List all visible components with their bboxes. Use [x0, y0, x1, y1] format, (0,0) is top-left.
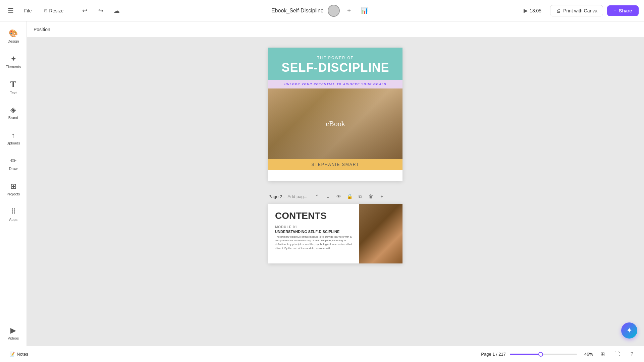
print-button[interactable]: 🖨 Print with Canva — [550, 5, 603, 16]
position-label: Position — [34, 27, 50, 32]
cover-title: SELF-DISCIPLINE — [279, 61, 392, 74]
sidebar-item-draw[interactable]: ✏ Draw — [1, 152, 25, 176]
zoom-slider-fill — [510, 354, 541, 355]
notes-label: Notes — [17, 352, 28, 357]
zoom-slider-thumb[interactable] — [538, 352, 543, 357]
page-1[interactable]: THE POWER OF SELF-DISCIPLINE UNLOCK YOUR… — [268, 48, 402, 181]
canvas-area: Position THE POWER OF SELF-DISCIPLINE UN… — [27, 21, 644, 346]
help-button[interactable]: ? — [627, 349, 637, 360]
module-text: The primary objective of this module is … — [275, 235, 352, 250]
sidebar-item-brand[interactable]: ◈ Brand — [1, 101, 25, 125]
sidebar-label-projects: Projects — [7, 192, 20, 196]
sidebar-item-videos[interactable]: ▶ Videos — [1, 323, 25, 343]
sidebar-label-videos: Videos — [8, 336, 19, 340]
elements-icon: ✦ — [10, 55, 16, 63]
cover-tagline-area: UNLOCK YOUR POTENTIAL TO ACHIEVE YOUR GO… — [268, 80, 402, 88]
sidebar-item-projects[interactable]: ⊞ Projects — [1, 177, 25, 201]
sidebar-item-design[interactable]: 🎨 Design — [1, 24, 25, 48]
present-timer-button[interactable]: ▶ 18:05 — [519, 5, 546, 16]
page-lock-button[interactable]: 🔒 — [345, 192, 354, 201]
topbar: ☰ File ⊡ Resize ↩ ↪ ☁ Ebook_Self-Discipl… — [0, 0, 644, 21]
page-2-add-link[interactable]: Add pag... — [287, 194, 307, 199]
page-down-button[interactable]: ⌄ — [323, 192, 333, 201]
share-label: Share — [619, 8, 632, 13]
projects-icon: ⊞ — [10, 182, 16, 191]
contents-title: CONTENTS — [275, 210, 352, 221]
cover-subtitle: THE POWER OF — [279, 56, 392, 60]
sidebar-item-elements[interactable]: ✦ Elements — [1, 50, 25, 74]
redo-button[interactable]: ↪ — [95, 5, 107, 17]
zoom-slider[interactable] — [510, 354, 577, 355]
module-title: UNDERSTANDING SELF-DISCIPLINE — [275, 230, 352, 234]
page-eye-button[interactable]: 👁 — [334, 192, 343, 201]
sidebar-label-text: Text — [10, 91, 16, 95]
canvas-scroll[interactable]: THE POWER OF SELF-DISCIPLINE UNLOCK YOUR… — [27, 38, 644, 346]
play-icon: ▶ — [524, 7, 528, 14]
resize-label: Resize — [49, 8, 64, 13]
sidebar-label-apps: Apps — [9, 218, 17, 222]
notes-button[interactable]: 📝 Notes — [7, 350, 31, 358]
resize-button[interactable]: ⊡ Resize — [40, 6, 68, 15]
sidebar-label-uploads: Uploads — [6, 141, 20, 145]
page-2[interactable]: CONTENTS MODULE 01 UNDERSTANDING SELF-DI… — [268, 204, 402, 263]
zoom-label: 46% — [580, 352, 593, 357]
page-up-button[interactable]: ⌃ — [313, 192, 322, 201]
position-panel: Position — [27, 21, 644, 38]
sidebar: 🎨 Design ✦ Elements T Text ◈ Brand ↑ Upl… — [0, 21, 27, 346]
main-area: 🎨 Design ✦ Elements T Text ◈ Brand ↑ Upl… — [0, 21, 644, 346]
page-2-container: CONTENTS MODULE 01 UNDERSTANDING SELF-DI… — [268, 204, 402, 263]
module-label: MODULE 01 — [275, 225, 352, 229]
undo-button[interactable]: ↩ — [78, 5, 91, 17]
zoom-slider-container: 46% — [510, 352, 593, 357]
file-button[interactable]: File — [20, 6, 36, 15]
page-1-container: THE POWER OF SELF-DISCIPLINE UNLOCK YOUR… — [268, 48, 402, 181]
sidebar-label-brand: Brand — [8, 116, 18, 120]
bottom-bar: 📝 Notes Page 1 / 217 46% ⊞ ⛶ ? — [0, 346, 644, 362]
page-2-left: CONTENTS MODULE 01 UNDERSTANDING SELF-DI… — [268, 204, 359, 263]
videos-icon: ▶ — [10, 326, 16, 335]
page-delete-button[interactable]: 🗑 — [366, 192, 376, 201]
menu-icon[interactable]: ☰ — [5, 5, 16, 16]
view-toggle-button[interactable]: ⊞ — [597, 349, 608, 360]
cover-tagline: UNLOCK YOUR POTENTIAL TO ACHIEVE YOUR GO… — [279, 82, 392, 86]
print-icon: 🖨 — [556, 8, 560, 13]
page-2-label: Page 2 - — [268, 194, 285, 199]
analytics-button[interactable]: 📊 — [359, 5, 371, 17]
uploads-icon: ↑ — [11, 131, 15, 140]
magic-assistant-icon: ✦ — [626, 326, 632, 335]
page-indicator: Page 1 / 217 — [481, 352, 506, 357]
page-copy-button[interactable]: ⧉ — [356, 192, 365, 201]
draw-icon: ✏ — [10, 157, 16, 165]
share-icon: ↑ — [614, 8, 616, 13]
brand-icon: ◈ — [10, 106, 16, 114]
add-collaborator-button[interactable]: + — [344, 5, 355, 16]
share-button[interactable]: ↑ Share — [607, 5, 639, 16]
page-2-right-image — [359, 204, 402, 263]
text-icon: T — [10, 79, 16, 89]
title-area: Ebook_Self-Discipline + 📊 — [127, 5, 515, 17]
cover-footer: STEPHANIE SMART — [268, 159, 402, 170]
magic-assistant-button[interactable]: ✦ — [621, 322, 637, 339]
page-2-actions: ⌃ ⌄ 👁 🔒 ⧉ 🗑 + — [313, 192, 386, 201]
apps-icon: ⠿ — [11, 207, 16, 216]
page-2-bar: Page 2 - Add pag... ⌃ ⌄ 👁 🔒 ⧉ 🗑 + — [268, 189, 402, 204]
save-cloud-button[interactable]: ☁ — [111, 5, 123, 17]
sidebar-item-apps[interactable]: ⠿ Apps — [1, 202, 25, 227]
divider-1 — [73, 6, 73, 16]
print-label: Print with Canva — [563, 8, 597, 13]
fullscreen-button[interactable]: ⛶ — [612, 349, 623, 360]
resize-icon: ⊡ — [44, 8, 47, 13]
design-icon: 🎨 — [9, 29, 18, 38]
cover-ebook-text: eBook — [326, 119, 345, 128]
cover-teal-section: THE POWER OF SELF-DISCIPLINE — [268, 48, 402, 80]
cover-author: STEPHANIE SMART — [279, 162, 392, 167]
sidebar-label-design: Design — [7, 39, 19, 43]
sidebar-label-draw: Draw — [9, 167, 18, 171]
document-title[interactable]: Ebook_Self-Discipline — [271, 8, 324, 14]
page-add-button[interactable]: + — [377, 192, 386, 201]
sidebar-item-uploads[interactable]: ↑ Uploads — [1, 126, 25, 150]
sidebar-label-elements: Elements — [6, 65, 21, 69]
notes-icon: 📝 — [9, 352, 15, 357]
user-avatar[interactable] — [328, 5, 340, 17]
sidebar-item-text[interactable]: T Text — [1, 75, 25, 99]
